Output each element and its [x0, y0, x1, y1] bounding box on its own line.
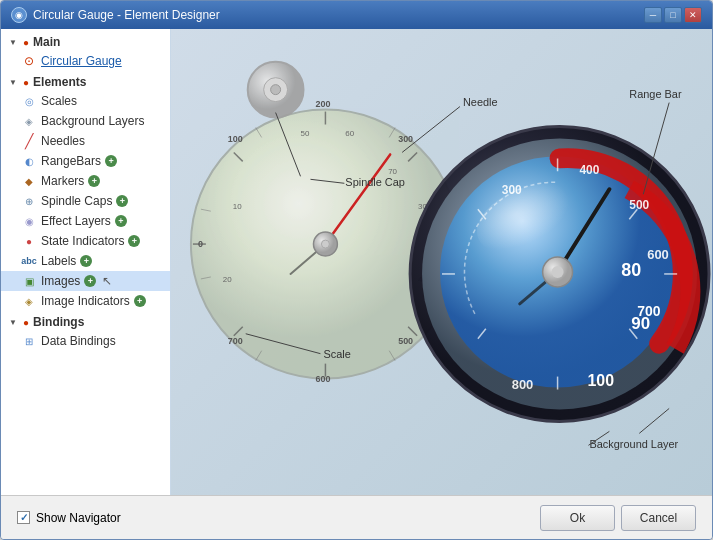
show-navigator-checkbox[interactable]: ✓: [17, 511, 30, 524]
expand-icon-main: ▼: [7, 36, 19, 48]
title-bar: ◉ Circular Gauge - Element Designer ─ □ …: [1, 1, 712, 29]
svg-text:Scale: Scale: [323, 348, 350, 360]
svg-text:100: 100: [228, 134, 243, 144]
sidebar-item-effect-layers[interactable]: ◉ Effect Layers +: [1, 211, 170, 231]
svg-text:500: 500: [398, 336, 413, 346]
state-indicators-icon: ●: [21, 233, 37, 249]
images-add-button[interactable]: +: [84, 275, 96, 287]
sidebar-section-elements-header[interactable]: ▼ ● Elements: [1, 73, 170, 91]
footer-left: ✓ Show Navigator: [17, 511, 121, 525]
sidebar-section-main: ▼ ● Main ⊙ Circular Gauge: [1, 33, 170, 71]
cancel-button[interactable]: Cancel: [621, 505, 696, 531]
svg-point-65: [552, 266, 564, 278]
main-window: ◉ Circular Gauge - Element Designer ─ □ …: [0, 0, 713, 540]
sidebar-section-elements: ▼ ● Elements ◎ Scales ◈ Background Layer…: [1, 73, 170, 311]
svg-point-35: [321, 240, 329, 248]
svg-text:100: 100: [587, 372, 614, 389]
maximize-button[interactable]: □: [664, 7, 682, 23]
gauge-icon: ⊙: [21, 53, 37, 69]
image-indicators-icon: ◈: [21, 293, 37, 309]
sidebar-item-scales[interactable]: ◎ Scales: [1, 91, 170, 111]
cursor-icon: ↖: [102, 274, 112, 288]
svg-text:200: 200: [315, 99, 330, 109]
window-title: Circular Gauge - Element Designer: [33, 8, 220, 22]
bg-layers-icon: ◈: [21, 113, 37, 129]
footer-buttons: Ok Cancel: [540, 505, 696, 531]
window-icon: ◉: [11, 7, 27, 23]
gauge-svg: 0 100 200 300 400 500 600 700 10 20 30 4…: [171, 29, 712, 495]
footer: ✓ Show Navigator Ok Cancel: [1, 495, 712, 539]
sidebar-item-labels[interactable]: abc Labels +: [1, 251, 170, 271]
bindings-circle-icon: ●: [23, 317, 29, 328]
title-bar-left: ◉ Circular Gauge - Element Designer: [11, 7, 220, 23]
sidebar-section-bindings: ▼ ● Bindings ⊞ Data Bindings: [1, 313, 170, 351]
svg-text:50: 50: [301, 129, 310, 138]
svg-point-39: [271, 85, 281, 95]
rangebars-icon: ◐: [21, 153, 37, 169]
background-layers-label: Background Layers: [41, 114, 144, 128]
svg-text:Needle: Needle: [463, 96, 498, 108]
state-indicators-label: State Indicators: [41, 234, 124, 248]
image-indicators-label: Image Indicators: [41, 294, 130, 308]
effect-layers-icon: ◉: [21, 213, 37, 229]
main-circle-icon: ●: [23, 37, 29, 48]
scales-label: Scales: [41, 94, 77, 108]
svg-line-75: [639, 408, 669, 433]
sidebar-item-needles[interactable]: ╱ Needles: [1, 131, 170, 151]
sidebar-item-rangebars[interactable]: ◐ RangeBars +: [1, 151, 170, 171]
spindle-caps-label: Spindle Caps: [41, 194, 112, 208]
images-icon: ▣: [21, 273, 37, 289]
effect-layers-add-button[interactable]: +: [115, 215, 127, 227]
svg-text:500: 500: [629, 198, 649, 212]
sidebar-item-markers[interactable]: ◆ Markers +: [1, 171, 170, 191]
markers-add-button[interactable]: +: [88, 175, 100, 187]
svg-text:70: 70: [388, 167, 397, 176]
sidebar-section-main-header[interactable]: ▼ ● Main: [1, 33, 170, 51]
effect-layers-label: Effect Layers: [41, 214, 111, 228]
labels-add-button[interactable]: +: [80, 255, 92, 267]
markers-label: Markers: [41, 174, 84, 188]
svg-text:800: 800: [512, 377, 534, 392]
needles-icon: ╱: [21, 133, 37, 149]
sidebar-item-data-bindings[interactable]: ⊞ Data Bindings: [1, 331, 170, 351]
canvas-area: 0 100 200 300 400 500 600 700 10 20 30 4…: [171, 29, 712, 495]
svg-text:90: 90: [631, 314, 650, 333]
svg-text:80: 80: [621, 260, 641, 280]
ok-button[interactable]: Ok: [540, 505, 615, 531]
sidebar-item-images[interactable]: ▣ Images + ↖: [1, 271, 170, 291]
svg-text:Background Layer: Background Layer: [589, 438, 678, 450]
labels-label: Labels: [41, 254, 76, 268]
expand-icon-elements: ▼: [7, 76, 19, 88]
main-content: ▼ ● Main ⊙ Circular Gauge ▼ ● Elements ◎: [1, 29, 712, 495]
svg-text:400: 400: [579, 163, 599, 177]
image-indicators-add-button[interactable]: +: [134, 295, 146, 307]
labels-icon: abc: [21, 253, 37, 269]
rangebars-add-button[interactable]: +: [105, 155, 117, 167]
sidebar: ▼ ● Main ⊙ Circular Gauge ▼ ● Elements ◎: [1, 29, 171, 495]
sidebar-item-image-indicators[interactable]: ◈ Image Indicators +: [1, 291, 170, 311]
svg-line-66: [402, 107, 460, 153]
show-navigator-label: Show Navigator: [36, 511, 121, 525]
spindle-caps-add-button[interactable]: +: [116, 195, 128, 207]
needles-label: Needles: [41, 134, 85, 148]
expand-icon-bindings: ▼: [7, 316, 19, 328]
state-indicators-add-button[interactable]: +: [128, 235, 140, 247]
sidebar-item-state-indicators[interactable]: ● State Indicators +: [1, 231, 170, 251]
svg-text:Range Bar: Range Bar: [629, 88, 682, 100]
rangebars-label: RangeBars: [41, 154, 101, 168]
sidebar-item-spindle-caps[interactable]: ⊕ Spindle Caps +: [1, 191, 170, 211]
title-controls: ─ □ ✕: [644, 7, 702, 23]
minimize-button[interactable]: ─: [644, 7, 662, 23]
close-button[interactable]: ✕: [684, 7, 702, 23]
svg-text:0: 0: [198, 239, 203, 249]
sidebar-section-bindings-header[interactable]: ▼ ● Bindings: [1, 313, 170, 331]
checkbox-check: ✓: [20, 512, 28, 523]
svg-text:600: 600: [647, 247, 669, 262]
sidebar-item-circular-gauge[interactable]: ⊙ Circular Gauge: [1, 51, 170, 71]
markers-icon: ◆: [21, 173, 37, 189]
bindings-section-label: Bindings: [33, 315, 84, 329]
svg-text:700: 700: [228, 336, 243, 346]
svg-text:10: 10: [233, 202, 242, 211]
sidebar-item-background-layers[interactable]: ◈ Background Layers: [1, 111, 170, 131]
scales-icon: ◎: [21, 93, 37, 109]
